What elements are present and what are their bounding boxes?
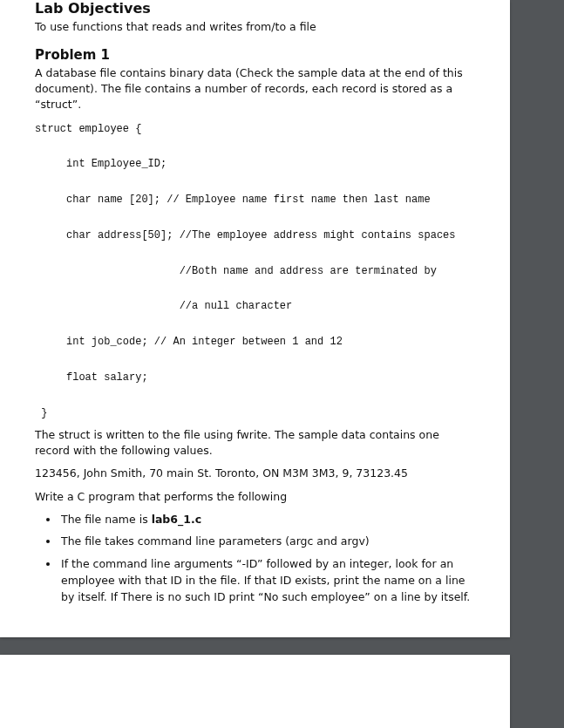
heading-problem-1: Problem 1 <box>35 47 475 63</box>
sample-record: 123456, John Smith, 70 main St. Toronto,… <box>35 466 475 481</box>
filename-bold: lab6_1.c <box>152 513 201 526</box>
struct-code-block: struct employee { int Employee_ID; char … <box>35 120 475 423</box>
bullet-text: The file name is <box>61 513 152 526</box>
list-item: The file name is lab6_1.c <box>59 512 475 528</box>
problem-intro: A database file contains binary data (Ch… <box>35 65 475 112</box>
requirements-list-1: The file name is lab6_1.c The file takes… <box>35 512 475 606</box>
write-program-text: Write a C program that performs the foll… <box>35 489 475 505</box>
document-page-1: Lab Objectives To use functions that rea… <box>0 0 510 637</box>
document-page-2: If the arguments “-s” followed by a numb… <box>0 655 510 728</box>
objectives-text: To use functions that reads and writes f… <box>35 19 475 35</box>
heading-lab-objectives: Lab Objectives <box>35 0 475 17</box>
document-viewport: Lab Objectives To use functions that rea… <box>0 0 564 728</box>
list-item: The file takes command line parameters (… <box>59 534 475 550</box>
list-item: If the command line arguments “-ID” foll… <box>59 556 475 605</box>
after-code-text: The struct is written to the file using … <box>35 427 475 459</box>
